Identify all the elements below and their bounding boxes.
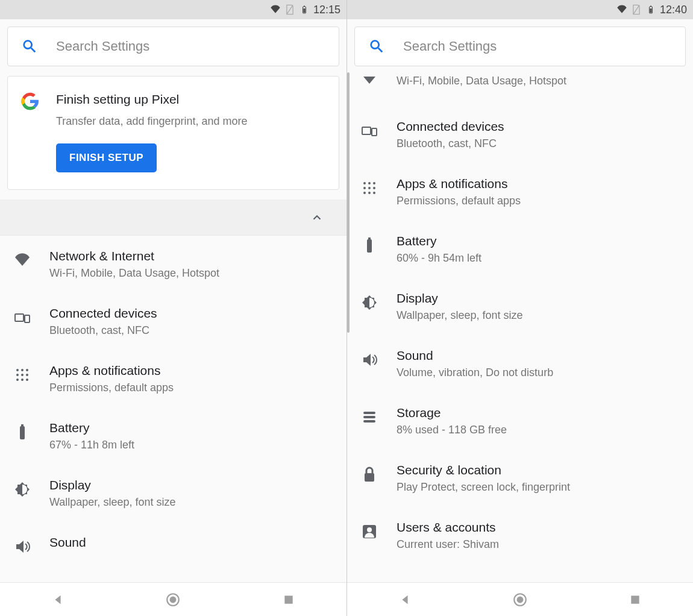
settings-item-battery[interactable]: Battery67% - 11h 8m left (0, 407, 346, 465)
lock-icon (360, 465, 378, 483)
settings-item-sound[interactable]: Sound (0, 522, 346, 559)
battery-status-icon (645, 4, 656, 15)
settings-item-connected-devices[interactable]: Connected devicesBluetooth, cast, NFC (0, 293, 346, 350)
search-placeholder: Search Settings (403, 39, 497, 54)
svg-rect-31 (632, 596, 639, 603)
status-clock: 12:15 (313, 4, 340, 16)
storage-icon (360, 408, 378, 426)
google-logo-icon (21, 92, 39, 110)
apps-icon (13, 366, 31, 384)
nav-back-button[interactable] (48, 590, 67, 609)
item-subtitle: Current user: Shivam (397, 538, 499, 551)
scrollbar[interactable] (347, 72, 350, 333)
svg-rect-28 (284, 596, 292, 603)
item-title: Connected devices (397, 119, 504, 134)
settings-item-apps-notifications[interactable]: Apps & notificationsPermissions, default… (0, 350, 346, 407)
item-subtitle: 67% - 11h 8m left (49, 439, 134, 451)
navigation-bar (347, 582, 693, 616)
setup-suggestion-card[interactable]: Finish setting up Pixel Transfer data, a… (7, 76, 339, 190)
item-subtitle: Wi-Fi, Mobile, Data Usage, Hotspot (49, 267, 219, 280)
search-settings[interactable]: Search Settings (7, 27, 339, 66)
collapse-suggestions[interactable] (0, 200, 346, 236)
item-title: Display (397, 291, 522, 306)
item-title: Sound (397, 348, 553, 363)
navigation-bar (0, 582, 346, 616)
settings-item-connected-devices[interactable]: Connected devicesBluetooth, cast, NFC (347, 106, 693, 163)
item-title: Apps & notifications (49, 363, 174, 378)
item-subtitle: Volume, vibration, Do not disturb (397, 366, 553, 379)
item-title: Users & accounts (397, 520, 499, 535)
item-subtitle: Bluetooth, cast, NFC (49, 324, 157, 337)
pane-left: 12:15 Search Settings Finish setting up … (0, 0, 346, 616)
nav-home-button[interactable] (163, 590, 183, 609)
display-icon (13, 480, 31, 498)
settings-list[interactable]: Wi-Fi, Mobile, Data Usage, HotspotConnec… (347, 75, 693, 582)
settings-item-display[interactable]: DisplayWallpaper, sleep, font size (0, 465, 346, 522)
wifi-down-icon (360, 75, 378, 93)
finish-setup-button[interactable]: FINISH SETUP (56, 143, 157, 172)
item-title: Sound (49, 535, 86, 550)
setup-card-subtitle: Transfer data, add fingerprint, and more (56, 115, 325, 128)
sound-icon (360, 351, 378, 369)
nav-home-button[interactable] (510, 590, 530, 609)
status-clock: 12:40 (660, 4, 687, 16)
item-title: Battery (397, 234, 481, 248)
svg-point-30 (517, 596, 524, 603)
settings-item-apps-notifications[interactable]: Apps & notificationsPermissions, default… (347, 163, 693, 221)
settings-item-users-accounts[interactable]: Users & accountsCurrent user: Shivam (347, 507, 693, 564)
devices-icon (360, 122, 378, 140)
item-title: Security & location (397, 463, 570, 477)
item-subtitle: Wallpaper, sleep, font size (397, 309, 522, 322)
item-subtitle: Permissions, default apps (397, 195, 521, 207)
item-subtitle: Play Protect, screen lock, fingerprint (397, 481, 570, 494)
status-bar: 12:15 (0, 0, 346, 19)
apps-icon (360, 179, 378, 197)
item-title: Storage (397, 406, 507, 420)
search-settings[interactable]: Search Settings (354, 27, 686, 66)
item-subtitle: Bluetooth, cast, NFC (397, 137, 504, 150)
devices-icon (13, 309, 31, 327)
search-placeholder: Search Settings (56, 39, 149, 54)
settings-item-wifi-down[interactable]: Wi-Fi, Mobile, Data Usage, Hotspot (347, 75, 693, 106)
settings-list[interactable]: Network & InternetWi-Fi, Mobile, Data Us… (0, 236, 346, 582)
item-title: Display (49, 478, 175, 492)
settings-item-battery[interactable]: Battery60% - 9h 54m left (347, 221, 693, 278)
item-subtitle: 8% used - 118 GB free (397, 424, 507, 436)
battery-icon (360, 236, 378, 254)
settings-item-network-internet[interactable]: Network & InternetWi-Fi, Mobile, Data Us… (0, 236, 346, 293)
no-sim-icon (284, 4, 295, 15)
status-bar: 12:40 (347, 0, 693, 19)
settings-item-display[interactable]: DisplayWallpaper, sleep, font size (347, 278, 693, 335)
display-icon (360, 294, 378, 312)
wifi-status-icon (270, 4, 281, 15)
item-subtitle: 60% - 9h 54m left (397, 252, 481, 265)
item-title: Network & Internet (49, 249, 219, 263)
nav-back-button[interactable] (395, 590, 415, 609)
settings-item-security-location[interactable]: Security & locationPlay Protect, screen … (347, 450, 693, 507)
nav-recents-button[interactable] (626, 590, 645, 609)
setup-card-title: Finish setting up Pixel (56, 92, 325, 107)
item-subtitle: Wallpaper, sleep, font size (49, 496, 175, 509)
wifi-icon (13, 251, 31, 269)
item-subtitle: Wi-Fi, Mobile, Data Usage, Hotspot (397, 75, 566, 87)
nav-recents-button[interactable] (279, 590, 298, 609)
account-icon (360, 523, 378, 541)
item-subtitle: Permissions, default apps (49, 382, 174, 394)
settings-item-sound[interactable]: SoundVolume, vibration, Do not disturb (347, 335, 693, 392)
search-icon (21, 38, 38, 55)
svg-point-27 (170, 596, 177, 603)
settings-item-storage[interactable]: Storage8% used - 118 GB free (347, 392, 693, 450)
sound-icon (13, 538, 31, 556)
chevron-up-icon (310, 211, 324, 224)
pane-right: 12:40 Search Settings Wi-Fi, Mobile, Dat… (346, 0, 693, 616)
item-title: Battery (49, 421, 134, 435)
battery-status-icon (299, 4, 310, 15)
battery-icon (13, 423, 31, 441)
item-title: Connected devices (49, 306, 157, 321)
no-sim-icon (631, 4, 642, 15)
wifi-status-icon (616, 4, 627, 15)
item-title: Apps & notifications (397, 177, 521, 191)
search-icon (368, 38, 385, 55)
